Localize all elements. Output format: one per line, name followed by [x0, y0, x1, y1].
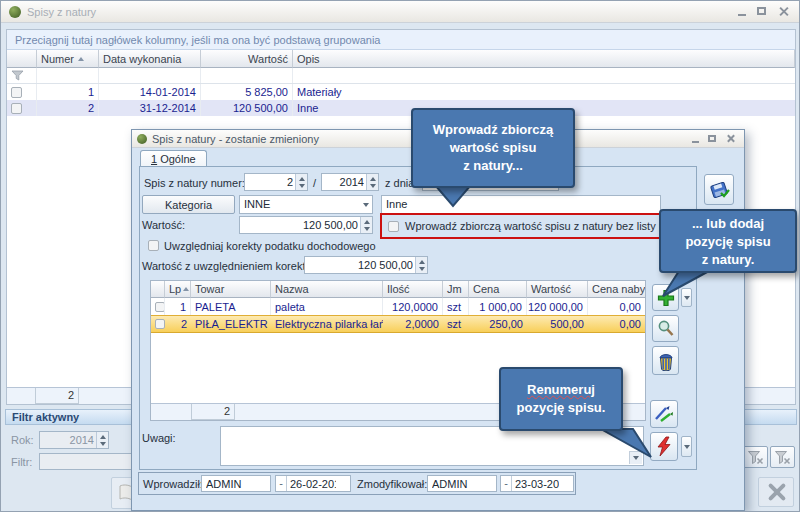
kategoria-button[interactable]: Kategoria: [142, 195, 235, 214]
grid-header-row: Numer Data wykonania Wartość Opis: [7, 50, 795, 68]
table-row[interactable]: 1 14-01-2014 5 825,00 Materiały: [7, 84, 795, 100]
wartosc-label: Wartość:: [142, 219, 185, 231]
rok-label: Rok:: [11, 434, 34, 446]
clear-filter-button[interactable]: [770, 446, 795, 468]
edit-item-button[interactable]: [652, 315, 679, 342]
magnifier-icon: [656, 319, 676, 339]
pencil-arrows-icon: [653, 403, 675, 425]
main-window-title: Spisy z natury: [27, 1, 96, 23]
zmodyfikowal-date-field[interactable]: - 23-03-2015: [500, 475, 574, 492]
numer-label: Spis z natury numer:: [144, 177, 245, 189]
sort-asc-icon: [78, 57, 84, 61]
callout-tail: [657, 269, 713, 299]
apply-filter-button[interactable]: [743, 446, 768, 468]
dialog-icon: [137, 134, 147, 144]
table-row[interactable]: 1 PALETA paleta 120,0000 szt 1 000,00 12…: [151, 298, 645, 315]
callout-tail: [593, 427, 655, 461]
items-header-ilosc[interactable]: Ilość: [383, 281, 443, 298]
trash-icon: [657, 351, 675, 371]
row-checkbox[interactable]: [155, 319, 165, 329]
date-separator: -: [276, 476, 287, 491]
save-button[interactable]: [704, 174, 734, 205]
row-checkbox[interactable]: [11, 87, 22, 98]
korekt-spinner[interactable]: [415, 257, 427, 273]
header-numer[interactable]: Numer: [37, 50, 99, 68]
wartosc-spinner[interactable]: [360, 217, 372, 233]
filter-funnel-icon: [11, 70, 24, 81]
zbiorcza-checkbox-label: Wprowadź zbiorczą wartość spisu z natury…: [405, 220, 692, 232]
zbiorcza-highlight-box: Wprowadź zbiorczą wartość spisu z natury…: [380, 213, 661, 239]
dialog-close-icon[interactable]: [723, 132, 737, 145]
uwagi-label: Uwagi:: [142, 432, 176, 444]
wprowadzil-user-field[interactable]: ADMIN: [201, 475, 271, 492]
record-info-bar: Wprowadził: ADMIN - 26-02-2015 Zmodyfiko…: [138, 472, 576, 495]
zbiorcza-checkbox[interactable]: [388, 221, 399, 232]
minimize-icon[interactable]: [734, 4, 749, 18]
row-checkbox[interactable]: [11, 103, 22, 114]
callout-zbiorcza: Wprowadź zbiorczą wartość spisu z natury…: [411, 108, 575, 188]
renumber-dropdown[interactable]: [681, 436, 692, 457]
grid-filter-row[interactable]: [7, 68, 795, 84]
items-header-cena[interactable]: Cena: [469, 281, 527, 298]
header-data-wykonania[interactable]: Data wykonania: [99, 50, 201, 68]
row-checkbox[interactable]: [155, 302, 165, 312]
header-checkbox-column[interactable]: [7, 50, 37, 68]
dialog-title: Spis z natury - zostanie zmieniony: [152, 130, 319, 148]
check-items-button[interactable]: [650, 400, 678, 428]
korekty-checkbox-label: Uwzględniaj korekty podatku dochodowego: [164, 240, 376, 252]
callout-dodaj: ... lub dodaj pozycję spisu z natury.: [659, 209, 797, 273]
dialog-maximize-icon[interactable]: [705, 132, 719, 145]
callout-renumeruj: Renumeruj pozycję spisu.: [499, 367, 623, 431]
filtr-label: Filtr:: [11, 456, 32, 468]
close-window-button[interactable]: [758, 477, 794, 507]
items-header-checkbox[interactable]: [151, 281, 165, 298]
kategoria-opis-field[interactable]: Inne: [381, 195, 661, 214]
numer-separator: /: [313, 177, 316, 189]
maximize-icon[interactable]: [754, 4, 769, 18]
rok-dialog-field[interactable]: 2014: [321, 173, 379, 191]
close-x-icon: [765, 481, 787, 503]
date-separator: -: [501, 476, 512, 491]
items-header-wartosc[interactable]: Wartość: [527, 281, 588, 298]
wprowadzil-date-field[interactable]: - 26-02-2015: [275, 475, 351, 492]
korekt-label: Wartość z uwzględnieniem korekt:: [142, 260, 309, 272]
app-icon: [9, 6, 21, 18]
wprowadzil-label: Wprowadził:: [143, 478, 203, 490]
items-header-towar[interactable]: Towar: [191, 281, 271, 298]
rok-field[interactable]: 2014: [39, 431, 109, 449]
items-header-lp[interactable]: Lp: [165, 281, 191, 298]
header-wartosc[interactable]: Wartość: [201, 50, 293, 68]
wartosc-field[interactable]: 120 500,00: [239, 216, 373, 234]
kategoria-combo[interactable]: INNE: [239, 195, 373, 214]
numer-field[interactable]: 2: [244, 173, 308, 191]
main-window: Spisy z natury Przeciągnij tutaj nagłówe…: [0, 0, 800, 512]
main-titlebar: Spisy z natury: [1, 1, 800, 23]
rok-dialog-spinner[interactable]: [366, 174, 378, 190]
items-header-nazwa[interactable]: Nazwa: [271, 281, 383, 298]
row-count: 2: [35, 388, 79, 404]
group-by-hint-bar[interactable]: Przeciągnij tutaj nagłówek kolumny, jeśl…: [7, 30, 795, 50]
korekt-field[interactable]: 120 500,00: [304, 256, 428, 274]
dialog-minimize-icon[interactable]: [688, 132, 702, 145]
items-header-jm[interactable]: Jm: [443, 281, 469, 298]
numer-spinner[interactable]: [295, 174, 307, 190]
chevron-down-icon: [363, 203, 369, 207]
header-opis[interactable]: Opis: [293, 50, 795, 68]
table-row[interactable]: 2 31-12-2014 120 500,00 Inne: [7, 100, 795, 116]
delete-item-button[interactable]: [652, 346, 679, 375]
save-floppy-icon: [708, 179, 730, 201]
korekty-checkbox[interactable]: [148, 240, 159, 251]
items-header-row: Lp Towar Nazwa Ilość Jm Cena Wartość Cen…: [151, 281, 645, 298]
zmodyfikowal-user-field[interactable]: ADMIN: [427, 475, 497, 492]
funnel-check-icon: [747, 450, 764, 465]
uwagi-textarea[interactable]: [220, 426, 644, 466]
close-icon[interactable]: [776, 4, 791, 18]
table-row-selected[interactable]: 2 PIŁA_ELEKTR Elektryczna pilarka łańcuc…: [151, 315, 645, 333]
items-header-nabycia[interactable]: Cena nabycia: [588, 281, 645, 298]
funnel-x-icon: [774, 450, 791, 465]
lightning-icon: [656, 436, 672, 458]
items-row-count: 2: [191, 404, 235, 420]
rok-spinner[interactable]: [96, 432, 108, 448]
sort-asc-icon: [183, 287, 189, 291]
zmodyfikowal-label: Zmodyfikował:: [357, 478, 427, 490]
